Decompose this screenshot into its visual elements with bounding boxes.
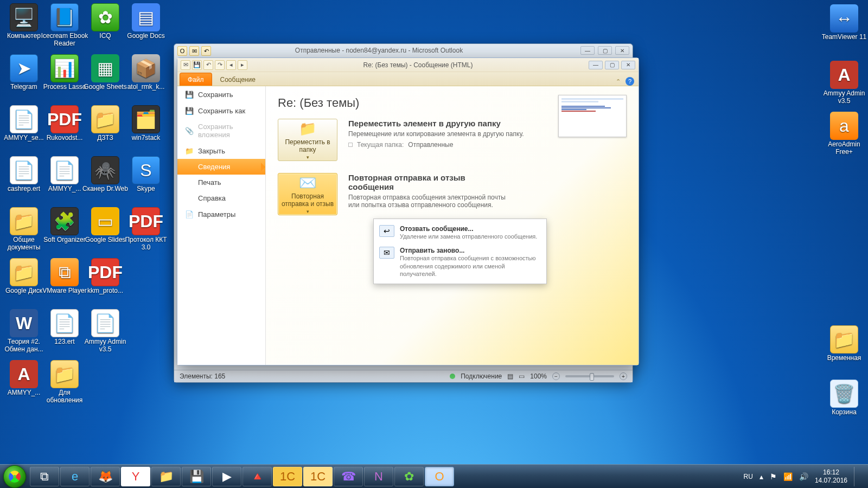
desktop-icon[interactable]: PDFkkm_proto... — [81, 258, 129, 295]
app-icon: 📁 — [10, 258, 38, 286]
bullet-icon — [348, 143, 353, 147]
menu-resend-message[interactable]: ✉ Отправить заново...Повторная отправка … — [374, 243, 546, 281]
view-reading-icon[interactable]: ▭ — [519, 373, 525, 380]
taskbar-yandex[interactable]: Y — [121, 467, 150, 486]
desktop-icon[interactable]: ↔TeamViewer 11 — [820, 4, 868, 41]
next-item-icon[interactable]: ▸ — [238, 60, 247, 70]
app-icon: W — [10, 309, 38, 337]
save-icon: 💾 — [185, 90, 194, 99]
prev-item-icon[interactable]: ◂ — [226, 60, 236, 70]
app-icon: 📄 — [10, 105, 38, 133]
maximize-button[interactable]: ▢ — [598, 46, 612, 55]
taskbar-onenote[interactable]: N — [364, 467, 393, 486]
taskbar-1c-b[interactable]: 1C — [303, 467, 333, 486]
desktop-icon[interactable]: aAeroAdmin Free+ — [820, 112, 868, 156]
taskbar-ie[interactable]: e — [60, 467, 90, 486]
icon-label: Ammyy Admin v3.5 — [81, 338, 129, 354]
maximize-button[interactable]: ▢ — [605, 61, 619, 69]
resend-icon: ✉ — [379, 247, 394, 259]
nav-close[interactable]: 📁Закрыть — [177, 143, 265, 159]
app-icon: 🗂️ — [132, 105, 160, 133]
close-button[interactable]: ✕ — [615, 46, 629, 55]
app-icon: 🖥️ — [10, 3, 38, 31]
outer-titlebar[interactable]: Отправленные - noden84@yandex.ru - Micro… — [174, 44, 633, 57]
taskbar-outlook[interactable]: O — [425, 467, 454, 486]
taskbar-icq[interactable]: ✿ — [394, 467, 424, 486]
message-preview-thumbnail[interactable] — [558, 95, 627, 137]
nav-print[interactable]: Печать — [177, 175, 265, 190]
taskbar-vmware[interactable]: ⧉ — [30, 467, 59, 486]
help-icon[interactable]: ? — [626, 77, 634, 86]
tab-file[interactable]: Файл — [180, 73, 212, 86]
ribbon-collapse-icon[interactable]: ⌃ — [614, 77, 622, 86]
tray-clock[interactable]: 16:12 14.07.2016 — [815, 468, 847, 484]
backstage-main: Re: (Без темы) 📁 Переместить в папку ▾ П… — [266, 86, 639, 365]
nav-options[interactable]: 📄Параметры — [177, 206, 265, 222]
taskbar-vlc[interactable]: 🔺 — [242, 467, 272, 486]
redo-icon[interactable]: ↷ — [215, 60, 225, 70]
recall-icon: ↩ — [379, 225, 394, 237]
tab-message[interactable]: Сообщение — [212, 73, 264, 86]
tray-network-icon[interactable]: 📶 — [783, 472, 793, 481]
options-icon: 📄 — [185, 210, 194, 219]
app-icon: ⧉ — [50, 258, 79, 286]
tray-flag-icon[interactable]: ⚑ — [770, 472, 777, 481]
view-normal-icon[interactable]: ▤ — [507, 373, 513, 380]
app-icon: ▤ — [132, 3, 160, 31]
desktop-icon[interactable]: 📦atol_rmk_k... — [122, 54, 170, 91]
desktop-icon[interactable]: 📁Для обновления — [41, 360, 88, 404]
zoom-out-button[interactable]: − — [552, 373, 560, 380]
resend-recall-button[interactable]: ✉️ Повторная отправка и отзыв ▾ — [278, 173, 337, 215]
minimize-button[interactable]: — — [580, 46, 595, 55]
app-icon: 📁 — [91, 105, 119, 133]
close-button[interactable]: ✕ — [621, 61, 635, 69]
app-icon: PDF — [91, 258, 119, 286]
send-receive-icon[interactable]: ✉ — [189, 46, 199, 56]
desktop-icon[interactable]: 📄Ammyy Admin v3.5 — [81, 309, 129, 354]
resend-heading: Повторная отправка и отзыв сообщения — [348, 173, 511, 191]
taskbar-wmp[interactable]: ▶ — [212, 467, 241, 486]
nav-save[interactable]: 💾Сохранить — [177, 86, 265, 102]
desktop-icon[interactable]: 🗂️win7stack — [122, 105, 170, 142]
desktop-icon[interactable]: SSkype — [122, 156, 170, 193]
desktop-icon[interactable]: 🗑️Корзина — [820, 380, 868, 416]
taskbar-1c-a[interactable]: 1C — [273, 467, 302, 486]
save-icon[interactable]: 💾 — [192, 60, 202, 70]
minimize-button[interactable]: — — [589, 61, 603, 69]
saveas-icon: 💾 — [185, 106, 194, 115]
ribbon-tabs: Файл Сообщение ⌃ ? — [177, 72, 639, 86]
icon-label: AeroAdmin Free+ — [820, 141, 868, 156]
nav-info[interactable]: Сведения — [177, 159, 265, 175]
zoom-slider[interactable] — [565, 375, 614, 377]
undo-icon[interactable]: ↶ — [203, 60, 213, 70]
tray-language[interactable]: RU — [744, 473, 753, 480]
app-icon: 📄 — [10, 156, 38, 184]
nav-help[interactable]: Справка — [177, 190, 265, 206]
desktop-icon[interactable]: 📁Временная — [820, 325, 868, 362]
taskbar-viber[interactable]: ☎ — [334, 467, 363, 486]
icon-label: Skype — [122, 185, 170, 193]
taskbar-explorer[interactable]: 📁 — [151, 467, 181, 486]
undo-icon[interactable]: ↶ — [201, 46, 211, 56]
icon-label: Для обновления — [41, 389, 88, 404]
desktop-icon[interactable]: PDFПротокол ККТ 3.0 — [122, 207, 170, 252]
move-to-folder-button[interactable]: 📁 Переместить в папку ▾ — [278, 119, 337, 161]
tray-expand-icon[interactable]: ▴ — [760, 472, 763, 481]
menu-recall-message[interactable]: ↩ Отозвать сообщение...Удаление или заме… — [374, 222, 546, 243]
taskbar-notepad[interactable]: 💾 — [182, 467, 211, 486]
taskbar-firefox[interactable]: 🦊 — [91, 467, 120, 486]
tray-volume-icon[interactable]: 🔊 — [799, 472, 808, 481]
status-connection: Подключение — [461, 373, 502, 380]
show-desktop-button[interactable] — [854, 467, 859, 486]
nav-save-as[interactable]: 💾Сохранить как — [177, 102, 265, 119]
desktop-icon[interactable]: ▤Google Docs — [122, 3, 170, 40]
app-icon: 📄 — [50, 309, 79, 337]
app-icon: 📁 — [830, 325, 858, 354]
folder-close-icon: 📁 — [185, 146, 194, 155]
zoom-in-button[interactable]: + — [620, 373, 627, 380]
message-titlebar[interactable]: ✉ 💾 ↶ ↷ ◂ ▸ Re: (Без темы) - Сообщение (… — [177, 58, 639, 72]
app-icon: 📦 — [132, 54, 160, 82]
mail-resend-icon: ✉️ — [299, 175, 316, 191]
start-button[interactable] — [3, 465, 26, 488]
desktop-icon[interactable]: AAmmyy Admin v3.5 — [820, 61, 868, 105]
